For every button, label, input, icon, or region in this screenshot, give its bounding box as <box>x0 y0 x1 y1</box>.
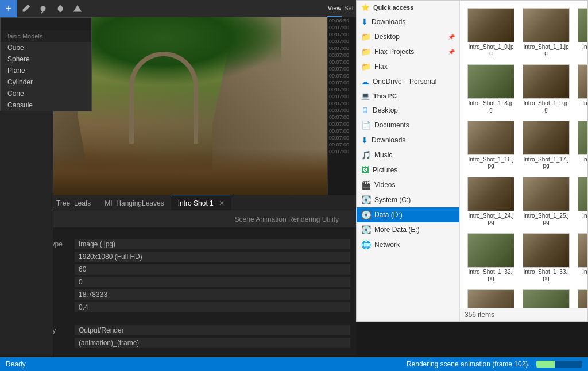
file-thumbnail[interactable]: Intro_Sho... pg <box>575 230 587 284</box>
file-nav-item[interactable]: 💽 Data (D:) <box>357 207 459 222</box>
file-thumbnail[interactable]: Intro_Shot_1_41.jpg <box>520 287 572 308</box>
tab-view[interactable]: View <box>327 0 342 17</box>
search-input[interactable]: Search <box>5 20 87 28</box>
file-thumbnail[interactable]: Intro_Shot_1_40.jpg <box>465 287 517 308</box>
file-thumbnail[interactable]: Intro_Shot_1_16.jpg <box>465 118 517 172</box>
file-thumbnail[interactable]: Intro_Sho... pg <box>575 287 587 308</box>
file-nav-section[interactable]: ⭐ Quick access <box>357 1 459 14</box>
property-row: End Time 18.78333 <box>0 288 356 301</box>
file-nav-item[interactable]: 📁 Desktop📌 <box>357 29 459 44</box>
leaf-tool-button[interactable] <box>52 0 69 17</box>
file-thumbnail[interactable]: Intro_Shot_1_25.jpg <box>520 174 572 228</box>
dropdown-cylinder[interactable]: Cylinder <box>1 76 91 88</box>
thumbnail-label: Intro_Shot_1_24.jpg <box>467 212 514 225</box>
file-thumbnail[interactable]: Intro_Shot_1_33.jpg <box>520 230 572 284</box>
rendering-status: Rendering scene animation (frame 102).. <box>407 360 532 368</box>
log-line: 00:07:00 <box>328 79 356 86</box>
file-browser-layout: ⭐ Quick access⬇ Downloads📁 Desktop📌📁 Fla… <box>357 1 587 321</box>
dropdown-sphere[interactable]: Sphere <box>1 53 91 65</box>
thumbnail-label: Intro_Shot_1_1.jpg <box>523 44 570 56</box>
dropdown-cube[interactable]: Cube <box>1 42 91 53</box>
thumbnail-image <box>467 289 514 308</box>
file-thumbnail[interactable]: Intro_Shot_1_0.jpg <box>465 5 517 59</box>
file-nav-item[interactable]: 🖥 Desktop <box>357 103 459 118</box>
file-nav-item[interactable]: 📁 Flax Projects📌 <box>357 44 459 59</box>
status-right: Rendering scene animation (frame 102).. <box>407 360 582 368</box>
thumbnail-label: Intro_Shot_1_9.jpg <box>523 100 570 113</box>
thumbnail-image <box>578 8 587 42</box>
view-tabs: View Set <box>327 0 356 17</box>
progress-bar <box>536 361 582 368</box>
file-nav-item[interactable]: ⬇ Downloads <box>357 133 459 148</box>
file-thumbnail[interactable]: Intro_Sho... pg <box>575 61 587 115</box>
tab-close-button[interactable]: ✕ <box>219 199 225 207</box>
output-property-value: Output/Render <box>75 325 350 335</box>
file-nav-item[interactable]: 🌐 Network <box>357 237 459 252</box>
arch <box>129 52 198 144</box>
file-nav-item[interactable]: 💽 More Data (E:) <box>357 222 459 237</box>
file-thumbnail[interactable]: Intro_Sho... pg <box>575 5 587 59</box>
file-nav-section[interactable]: 💻 This PC <box>357 89 459 103</box>
thumbnail-image <box>578 177 587 211</box>
property-row: Start Time 0 <box>0 276 356 288</box>
file-thumbnail[interactable]: Intro_Sho... pg <box>575 174 587 228</box>
file-thumbnail[interactable]: Intro_Shot_1_32.jpg <box>465 230 517 284</box>
log-line: 00:07:00 <box>328 52 356 59</box>
output-properties-container: Output Directory Output/Render Filename … <box>0 324 356 349</box>
output-property-row: Filename (animation)_{frame} <box>0 337 356 349</box>
thumbnail-label: Intro_Shot_1_33.jpg <box>523 269 570 281</box>
file-nav-items: ⭐ Quick access⬇ Downloads📁 Desktop📌📁 Fla… <box>357 1 459 252</box>
dropdown-capsule[interactable]: Capsule <box>1 99 91 111</box>
file-thumbnail[interactable]: Intro_Sho... pg <box>575 118 587 172</box>
file-status-bar: 356 items <box>460 308 587 321</box>
file-thumbnail[interactable]: Intro_Shot_1_24.jpg <box>465 174 517 228</box>
log-line: 00:07:00 <box>328 31 356 38</box>
thumbnail-image <box>578 233 587 268</box>
thumbnail-image <box>523 289 570 308</box>
file-nav-item[interactable]: 📁 Flax <box>357 59 459 74</box>
property-row: Resolution 1920x1080 (Full HD) <box>0 250 356 263</box>
thumbnail-label: Intro_Shot_1_32.jpg <box>467 269 514 281</box>
log-line: 00:07:00 <box>328 107 356 114</box>
file-nav-item[interactable]: 🖼 Pictures <box>357 163 459 177</box>
tab-intro-shot-1[interactable]: Intro Shot 1 ✕ <box>171 196 231 210</box>
thumbnail-label: Intro_Shot_1_17.jpg <box>523 156 570 169</box>
file-thumbnail[interactable]: Intro_Shot_1_9.jpg <box>520 61 572 115</box>
dropdown-plane[interactable]: Plane <box>1 65 91 76</box>
log-line: 00:07:00 <box>328 59 356 65</box>
log-line: 00:07:00 <box>328 93 356 100</box>
dropdown-cone[interactable]: Cone <box>1 88 91 99</box>
thumbnail-image <box>523 64 570 99</box>
thumbnail-label: Intro_Sho... pg <box>582 44 587 50</box>
status-bar: Ready Rendering scene animation (frame 1… <box>0 357 588 371</box>
output-property-row: Output Directory Output/Render <box>0 324 356 337</box>
log-line: 00:07:00 <box>328 86 356 93</box>
log-line: 00:06:59 <box>328 17 356 24</box>
file-nav-item[interactable]: 🎵 Music <box>357 148 459 163</box>
file-thumbnail[interactable]: Intro_Shot_1_8.jpg <box>465 61 517 115</box>
file-nav-item[interactable]: 📄 Documents <box>357 118 459 133</box>
file-grid: Intro_Shot_1_0.jpg Intro_Shot_1_1.jpg In… <box>460 1 587 308</box>
thumbnail-label: Intro_Shot_1_16.jpg <box>467 156 514 169</box>
tab-settings[interactable]: Set <box>342 0 356 17</box>
thumbnail-label: Intro_Sho... pg <box>582 100 587 106</box>
property-value: 18.78333 <box>75 289 350 300</box>
property-value: 1920x1080 (Full HD) <box>75 252 350 262</box>
svg-point-0 <box>41 6 46 11</box>
brush-tool-button[interactable] <box>34 0 52 17</box>
search-input-row: Search <box>1 18 91 30</box>
output-label: Output <box>0 314 356 324</box>
file-nav-item[interactable]: 🎬 Videos <box>357 177 459 192</box>
file-browser: ⭐ Quick access⬇ Downloads📁 Desktop📌📁 Fla… <box>356 0 588 322</box>
file-nav-item[interactable]: ⬇ Downloads <box>357 14 459 29</box>
file-thumbnail[interactable]: Intro_Shot_1_1.jpg <box>520 5 572 59</box>
file-nav-item[interactable]: 💽 System (C:) <box>357 192 459 207</box>
pencil-tool-button[interactable] <box>17 0 34 17</box>
file-nav-item[interactable]: ☁ OneDrive – Personal <box>357 74 459 89</box>
tab-mi-hanging-leaves[interactable]: MI_HangingLeaves <box>98 196 171 210</box>
log-line: 00:07:00 <box>328 134 356 141</box>
add-button[interactable]: + <box>0 0 17 17</box>
thumbnail-image <box>467 121 514 155</box>
mountain-tool-button[interactable] <box>69 0 86 17</box>
file-thumbnail[interactable]: Intro_Shot_1_17.jpg <box>520 118 572 172</box>
